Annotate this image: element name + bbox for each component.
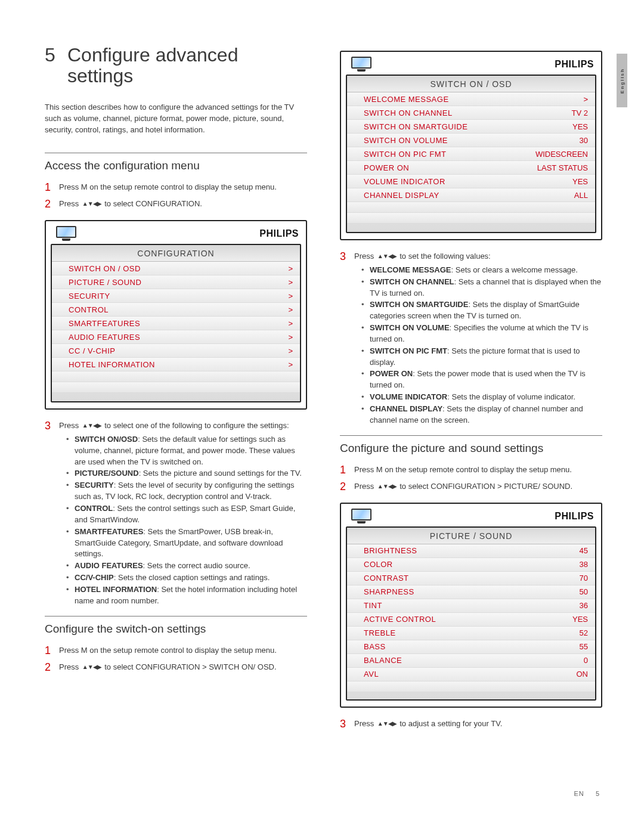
osd-panel-configuration: PHILIPS CONFIGURATION SWITCH ON / OSD> P…	[45, 220, 307, 410]
osd-row[interactable]: SWITCH ON VOLUME30	[347, 134, 595, 147]
osd-row-label: AVL	[364, 670, 528, 679]
osd-title: PICTURE / SOUND	[347, 528, 595, 544]
osd-row-value: >	[233, 305, 293, 314]
arrow-keys-icon: ▲▼◀▶	[376, 252, 398, 261]
osd-row[interactable]: TREBLE52	[347, 627, 595, 640]
step-body: Press M on the setup remote control to d…	[354, 462, 602, 478]
osd-row[interactable]: SHARPNESS50	[347, 585, 595, 599]
bullet-term: VOLUME INDICATOR	[370, 392, 447, 401]
osd-row-value: TV 2	[528, 109, 588, 117]
osd-row[interactable]: SMARTFEATURES>	[52, 317, 300, 330]
bullet-term: WELCOME MESSAGE	[370, 265, 451, 274]
osd-row[interactable]: BALANCE0	[347, 654, 595, 668]
osd-row-label: TINT	[364, 601, 528, 610]
brand-logo: PHILIPS	[555, 511, 594, 522]
arrow-keys-icon: ▲▼◀▶	[376, 720, 398, 729]
osd-rows: BRIGHTNESS45 COLOR38 CONTRAST70 SHARPNES…	[347, 544, 595, 693]
osd-row-value: >	[233, 333, 293, 342]
osd-row-value: WIDESCREEN	[528, 150, 588, 159]
bullet-term: HOTEL INFORMATION	[75, 585, 157, 594]
osd-row-label: HOTEL INFORMATION	[69, 360, 233, 369]
osd-row[interactable]: HOTEL INFORMATION>	[52, 358, 300, 371]
osd-row[interactable]: PICTURE / SOUND>	[52, 275, 300, 289]
page-footer: EN 5	[574, 790, 599, 797]
arrow-keys-icon: ▲▼◀▶	[81, 200, 103, 209]
osd-panel-picsound: PHILIPS PICTURE / SOUND BRIGHTNESS45 COL…	[340, 503, 602, 708]
section-picsound-heading: Configure the picture and sound settings	[340, 435, 602, 455]
bullet-term: SWITCH ON CHANNEL	[370, 277, 454, 286]
chapter-intro: This section describes how to configure …	[45, 102, 307, 136]
osd-row[interactable]: VOLUME INDICATORYES	[347, 175, 595, 188]
footer-page-number: 5	[596, 790, 599, 797]
osd-row-label: VOLUME INDICATOR	[364, 177, 528, 186]
text: to set the following values:	[398, 252, 491, 261]
osd-row[interactable]: CHANNEL DISPLAYALL	[347, 188, 595, 202]
step-body: Press M on the setup remote control to d…	[59, 179, 307, 195]
osd-row[interactable]: CONTROL>	[52, 303, 300, 317]
osd-row-value: LAST STATUS	[528, 163, 588, 172]
osd-row[interactable]: BRIGHTNESS45	[347, 544, 595, 558]
osd-row[interactable]: SWITCH ON PIC FMTWIDESCREEN	[347, 147, 595, 161]
text: to select one of the following to config…	[103, 421, 289, 430]
osd-rows: SWITCH ON / OSD> PICTURE / SOUND> SECURI…	[52, 262, 300, 395]
osd-row-label: BASS	[364, 642, 528, 651]
footer-lang: EN	[574, 790, 584, 797]
osd-row[interactable]: POWER ONLAST STATUS	[347, 161, 595, 175]
osd-row-label: WELCOME MESSAGE	[364, 95, 528, 104]
text: Press	[354, 482, 376, 491]
osd-row-value: 52	[528, 628, 588, 637]
osd-row-label: POWER ON	[364, 163, 528, 172]
osd-row[interactable]: COLOR38	[347, 558, 595, 572]
language-tab: English	[617, 54, 627, 107]
osd-row-label: COLOR	[364, 560, 528, 569]
bullet-text: : Sets the correct audio source.	[143, 561, 250, 570]
bullet-term: SMARTFEATURES	[75, 527, 143, 536]
osd-row[interactable]: AVLON	[347, 668, 595, 681]
osd-row-value: ALL	[528, 191, 588, 200]
text: to adjust a setting for your TV.	[398, 719, 503, 728]
chapter-number: 5	[45, 45, 59, 66]
text: to select CONFIGURATION.	[103, 199, 202, 208]
osd-row[interactable]: AUDIO FEATURES>	[52, 330, 300, 344]
osd-row-label: SHARPNESS	[364, 587, 528, 596]
osd-row[interactable]: CC / V-CHIP>	[52, 344, 300, 358]
osd-row-label: CC / V-CHIP	[69, 346, 233, 355]
osd-row-label: CONTRAST	[364, 574, 528, 583]
tv-icon	[348, 57, 374, 72]
bullet-term: SWITCH ON VOLUME	[370, 323, 450, 332]
osd-row[interactable]: SWITCH ON SMARTGUIDEYES	[347, 120, 595, 134]
osd-row[interactable]: ACTIVE CONTROLYES	[347, 613, 595, 627]
osd-row[interactable]: TINT36	[347, 599, 595, 613]
osd-row-value: 36	[528, 601, 588, 610]
osd-row[interactable]: BASS55	[347, 640, 595, 654]
osd-row-label: BALANCE	[364, 656, 528, 665]
brand-logo: PHILIPS	[555, 59, 594, 70]
bullet-term: PICTURE/SOUND	[75, 469, 139, 478]
switchon-bullets: WELCOME MESSAGE: Sets or clears a welcom…	[354, 265, 602, 426]
osd-row[interactable]: CONTRAST70	[347, 572, 595, 585]
bullet-text: : Sets the closed caption settings and r…	[114, 573, 270, 582]
osd-row[interactable]: SWITCH ON / OSD>	[52, 262, 300, 275]
osd-row[interactable]: WELCOME MESSAGE>	[347, 92, 595, 106]
osd-row-value: 30	[528, 136, 588, 145]
osd-row-value: >	[233, 264, 293, 273]
osd-row-label: CONTROL	[69, 305, 233, 314]
bullet-term: SECURITY	[75, 481, 114, 489]
osd-row-label: SWITCH ON / OSD	[69, 264, 233, 273]
osd-row[interactable]: SECURITY>	[52, 289, 300, 303]
osd-row-label: CHANNEL DISPLAY	[364, 191, 528, 200]
step-body: Press M on the setup remote control to d…	[59, 643, 307, 658]
arrow-keys-icon: ▲▼◀▶	[81, 663, 103, 672]
bullet-term: CC/V-CHIP	[75, 573, 114, 582]
osd-row[interactable]: SWITCH ON CHANNELTV 2	[347, 106, 595, 120]
access-steps: 1 Press M on the setup remote control to…	[45, 179, 307, 212]
text: to select CONFIGURATION > SWITCH ON/ OSD…	[103, 662, 277, 671]
step-number: 1	[45, 179, 53, 195]
left-column: 5 Configure advanced settings This secti…	[45, 45, 307, 740]
osd-row-label: SWITCH ON SMARTGUIDE	[364, 122, 528, 131]
osd-row-value: >	[233, 346, 293, 355]
right-column: PHILIPS SWITCH ON / OSD WELCOME MESSAGE>…	[340, 45, 602, 740]
step-body: Press ▲▼◀▶ to select CONFIGURATION > PIC…	[354, 479, 602, 494]
language-tab-label: English	[620, 68, 625, 94]
bullet-term: AUDIO FEATURES	[75, 561, 143, 570]
